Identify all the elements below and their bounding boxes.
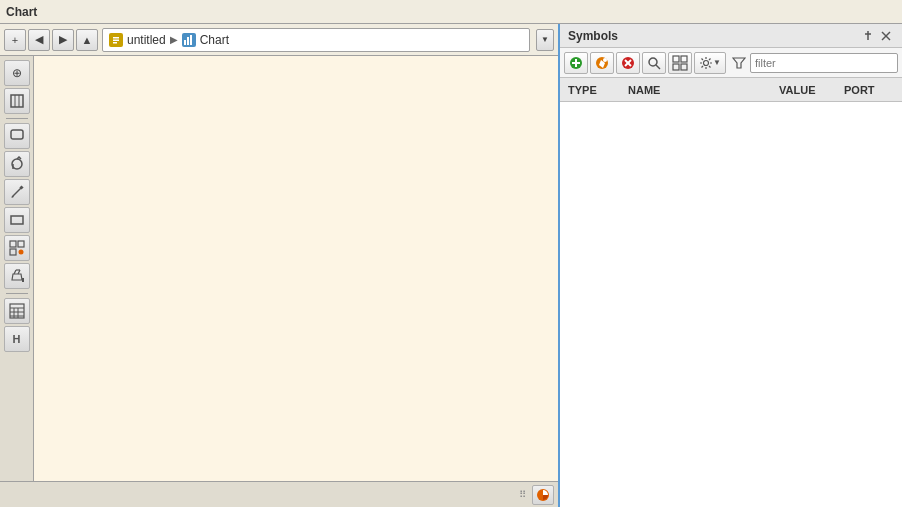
symbols-table-body [560,102,902,507]
svg-point-50 [704,60,709,65]
breadcrumb-parent: untitled [127,33,166,47]
filter-input[interactable] [750,53,898,73]
table-icon [9,303,25,319]
rotate-icon [9,156,25,172]
add-icon: + [12,34,18,46]
svg-rect-6 [190,35,192,45]
svg-rect-18 [18,241,24,247]
settings-icon [699,56,713,70]
component-button[interactable] [4,235,30,261]
delete-symbol-icon [620,55,636,71]
svg-rect-4 [184,40,186,45]
svg-line-21 [14,270,16,274]
dropdown-icon: ▼ [541,35,549,44]
pin-icon [862,30,874,42]
main-container: + ◀ ▶ ▲ untitled [0,24,902,507]
back-icon: ◀ [35,33,43,46]
svg-rect-10 [11,130,23,139]
svg-rect-19 [10,249,16,255]
fit-view-icon [9,93,25,109]
symbols-title: Symbols [568,29,618,43]
svg-rect-7 [11,95,23,107]
edit-symbol-button[interactable] [590,52,614,74]
svg-rect-48 [673,64,679,70]
col-value-header: VALUE [779,84,844,96]
drawing-canvas[interactable] [34,56,558,481]
svg-marker-51 [733,58,745,68]
select-button[interactable] [4,123,30,149]
filter-icon-button[interactable] [728,52,750,74]
svg-point-44 [649,58,657,66]
settings-button[interactable]: ▼ [694,52,726,74]
toolbar-separator-1 [6,118,28,119]
svg-rect-17 [10,241,16,247]
rectangle-button[interactable] [4,207,30,233]
resize-handle: ⠿ [519,489,526,500]
chart-icon [182,33,196,47]
pin-button[interactable] [860,28,876,44]
filter-icon [732,56,746,70]
symbols-controls [860,28,894,44]
left-panel: + ◀ ▶ ▲ untitled [0,24,560,507]
forward-icon: ▶ [59,33,67,46]
rectangle-icon [9,212,25,228]
fit-view-button[interactable] [4,88,30,114]
svg-rect-16 [11,216,23,224]
bucket-icon [9,268,25,284]
col-name-header: NAME [628,84,779,96]
add-button[interactable]: + [4,29,26,51]
untitled-icon [109,33,123,47]
grid-icon [672,55,688,71]
left-toolbar: ⊕ [0,56,34,481]
col-type-header: TYPE [568,84,628,96]
svg-line-22 [18,270,20,274]
bottom-toolbar: ⠿ [0,481,558,507]
zoom-in-icon: ⊕ [12,66,22,80]
pen-button[interactable] [4,179,30,205]
delete-symbol-button[interactable] [616,52,640,74]
grid-view-button[interactable] [668,52,692,74]
symbols-header: Symbols [560,24,902,48]
breadcrumb-bar: untitled ▶ Chart [102,28,530,52]
svg-line-13 [12,188,21,197]
run-icon: H [13,333,21,345]
svg-line-45 [656,65,660,69]
right-panel: Symbols [560,24,902,507]
breadcrumb-current: Chart [200,33,229,47]
close-button[interactable] [878,28,894,44]
back-button[interactable]: ◀ [28,29,50,51]
select-icon [9,128,25,144]
table-button[interactable] [4,298,30,324]
col-port-header: PORT [844,84,894,96]
add-symbol-icon [568,55,584,71]
svg-point-20 [18,250,23,255]
title-bar: Chart [0,0,902,24]
svg-rect-3 [113,42,117,44]
svg-rect-5 [187,37,189,45]
forward-button[interactable]: ▶ [52,29,74,51]
zoom-in-button[interactable]: ⊕ [4,60,30,86]
breadcrumb-dropdown[interactable]: ▼ [536,29,554,51]
up-button[interactable]: ▲ [76,29,98,51]
svg-rect-2 [113,39,119,41]
edit-symbol-icon [594,55,610,71]
component-icon [9,240,25,256]
svg-point-40 [603,58,607,62]
rotate-button[interactable] [4,151,30,177]
pen-icon [9,184,25,200]
settings-dropdown-icon: ▼ [713,58,721,67]
svg-rect-47 [681,56,687,62]
chart-tool-button[interactable] [532,485,554,505]
bucket-button[interactable] [4,263,30,289]
run-button[interactable]: H [4,326,30,352]
up-icon: ▲ [82,34,93,46]
add-symbol-button[interactable] [564,52,588,74]
svg-rect-46 [673,56,679,62]
chart-tool-icon [535,487,551,503]
title-bar-label: Chart [6,5,37,19]
symbols-toolbar: ▼ [560,48,902,78]
breadcrumb-separator: ▶ [170,34,178,45]
toolbar-separator-2 [6,293,28,294]
search-symbol-button[interactable] [642,52,666,74]
close-icon [881,31,891,41]
